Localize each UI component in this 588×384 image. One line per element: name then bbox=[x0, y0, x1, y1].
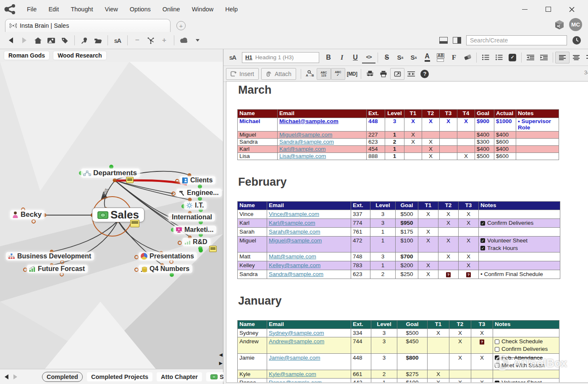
font-button[interactable]: F bbox=[447, 52, 461, 63]
maximize-button[interactable] bbox=[542, 4, 554, 14]
numbered-list-button[interactable] bbox=[492, 52, 506, 63]
help-button[interactable]: ? bbox=[418, 68, 431, 79]
zoom-out-button[interactable]: − bbox=[131, 34, 144, 46]
checkbox[interactable] bbox=[495, 339, 499, 344]
underline-button[interactable]: U bbox=[349, 52, 362, 63]
email-link[interactable]: Michael@sample.com bbox=[279, 118, 339, 124]
checkbox[interactable]: ✓ bbox=[480, 238, 485, 243]
bold-button[interactable]: B bbox=[322, 52, 335, 63]
node-rd[interactable]: R&D bbox=[182, 238, 210, 246]
code-block-button[interactable]: <> bbox=[362, 52, 375, 63]
superscript-button[interactable]: Ss bbox=[394, 52, 407, 63]
align-right-button[interactable] bbox=[583, 52, 588, 63]
email-link[interactable]: Kelley@sample.com bbox=[269, 262, 320, 268]
menu-help[interactable]: Help bbox=[220, 4, 243, 14]
node-future-forecast[interactable]: Future Forcast bbox=[27, 265, 88, 273]
menu-edit[interactable]: Edit bbox=[43, 4, 64, 14]
pin-atto-chapter[interactable]: Atto Chapter bbox=[157, 372, 202, 381]
node-presentations[interactable]: Presentations bbox=[139, 252, 197, 260]
menu-view[interactable]: View bbox=[100, 4, 123, 14]
find-replace-button[interactable]: A→B bbox=[303, 68, 317, 79]
email-link[interactable]: Matt@sample.com bbox=[269, 253, 316, 260]
open-folder-button[interactable] bbox=[91, 34, 105, 46]
markdown-button[interactable]: [MD] bbox=[345, 68, 359, 79]
plex-button[interactable] bbox=[144, 34, 158, 46]
local-brain-cube-icon[interactable] bbox=[553, 18, 566, 31]
cloud-sync-button[interactable] bbox=[177, 34, 191, 46]
pins-back-arrow[interactable] bbox=[4, 374, 9, 379]
close-button[interactable] bbox=[565, 4, 578, 14]
zoom-in-button[interactable]: + bbox=[158, 34, 171, 46]
italic-button[interactable]: I bbox=[335, 52, 349, 63]
node-international[interactable]: International bbox=[168, 213, 215, 221]
node-marketing[interactable]: Marketi... bbox=[173, 226, 216, 234]
account-avatar[interactable]: MC bbox=[569, 18, 582, 31]
print-button[interactable] bbox=[377, 68, 390, 79]
node-q4-numbers[interactable]: Q4 Numbers bbox=[139, 265, 192, 273]
checkbox[interactable]: ✓ bbox=[495, 381, 499, 382]
tag-roman-gods[interactable]: Roman Gods bbox=[4, 51, 49, 60]
email-link[interactable]: Kyle@sample.com bbox=[269, 371, 316, 377]
brain-tab[interactable]: Insta Brain | Sales bbox=[5, 19, 171, 32]
checklist-button[interactable]: ✓ bbox=[506, 52, 519, 63]
new-tab-button[interactable]: + bbox=[176, 21, 186, 30]
node-it[interactable]: I.T. bbox=[184, 201, 207, 210]
link-note-icon[interactable] bbox=[126, 177, 134, 183]
mindmap-canvas[interactable]: 455 bbox=[0, 62, 223, 369]
text-color-button[interactable]: A bbox=[420, 52, 434, 63]
checkbox[interactable]: ✓ bbox=[480, 221, 485, 226]
menu-file[interactable]: File bbox=[22, 4, 42, 14]
autonumber-button[interactable]: ABC123 bbox=[317, 68, 331, 80]
note-font-size-button[interactable]: SA bbox=[226, 52, 239, 63]
email-link[interactable]: Karl@sample.com bbox=[279, 146, 326, 152]
pins-forward-arrow[interactable] bbox=[13, 374, 18, 379]
checkbox[interactable] bbox=[495, 363, 499, 368]
bullet-list-button[interactable] bbox=[479, 52, 492, 63]
email-link[interactable]: Renee@sample.com bbox=[269, 379, 322, 382]
clear-format-button[interactable] bbox=[461, 52, 474, 63]
node-engineering[interactable]: Enginee... bbox=[176, 189, 222, 197]
strikethrough-button[interactable]: S bbox=[380, 52, 394, 63]
history-clock-icon[interactable] bbox=[572, 36, 581, 45]
checkbox[interactable]: ✓ bbox=[495, 355, 499, 360]
email-link[interactable]: Miguel@sample.com bbox=[269, 237, 322, 244]
layout-vertical-split-button[interactable] bbox=[453, 37, 461, 44]
email-link[interactable]: Sandra@sample.com bbox=[279, 139, 334, 145]
divider-collapse-right[interactable]: ▶ bbox=[219, 361, 223, 366]
email-link[interactable]: Sydney@sample.com bbox=[269, 330, 324, 336]
pin-completed-projects[interactable]: Completed Projects bbox=[87, 372, 152, 381]
menu-window[interactable]: Window bbox=[187, 4, 219, 14]
indent-button[interactable] bbox=[537, 52, 551, 63]
outdent-button[interactable] bbox=[524, 52, 537, 63]
wander-button[interactable] bbox=[45, 34, 58, 46]
search-input[interactable] bbox=[466, 35, 567, 45]
email-link[interactable]: Andrew@sample.com bbox=[269, 338, 324, 345]
sales-note-icon[interactable] bbox=[130, 220, 139, 227]
node-becky[interactable]: Becky bbox=[10, 210, 45, 219]
spellcheck-button[interactable]: ABC✓ bbox=[331, 68, 345, 80]
email-link[interactable]: Lisa@sample.com bbox=[279, 153, 326, 159]
email-link[interactable]: Sarah@sample.com bbox=[269, 229, 320, 235]
menu-options[interactable]: Options bbox=[125, 4, 156, 14]
tag-button[interactable] bbox=[58, 34, 71, 46]
checkbox[interactable]: ✓ bbox=[480, 246, 485, 250]
forward-button[interactable] bbox=[18, 34, 31, 46]
node-departments[interactable]: Departments bbox=[81, 168, 140, 178]
align-left-button[interactable] bbox=[555, 52, 570, 63]
font-size-button[interactable]: SA bbox=[111, 34, 124, 46]
email-link[interactable]: Sandra@sample.com bbox=[269, 271, 323, 277]
email-link[interactable]: Karl@sample.com bbox=[269, 220, 315, 226]
insert-button[interactable]: Insert bbox=[226, 68, 259, 80]
tag-wood-research[interactable]: Wood Research bbox=[53, 51, 106, 60]
divider-collapse-left[interactable]: ◀ bbox=[219, 352, 223, 357]
email-link[interactable]: Miguel@sample.com bbox=[279, 132, 332, 138]
layout-horizontal-split-button[interactable] bbox=[439, 37, 448, 44]
pin-button[interactable] bbox=[78, 34, 91, 46]
menu-thought[interactable]: Thought bbox=[66, 4, 98, 14]
checkbox[interactable] bbox=[495, 347, 499, 352]
attach-button[interactable]: Attach bbox=[261, 68, 296, 80]
home-button[interactable] bbox=[31, 34, 45, 46]
back-button[interactable] bbox=[4, 34, 18, 46]
merge-compact-button[interactable] bbox=[404, 68, 418, 79]
node-clients[interactable]: Clients bbox=[180, 176, 215, 184]
